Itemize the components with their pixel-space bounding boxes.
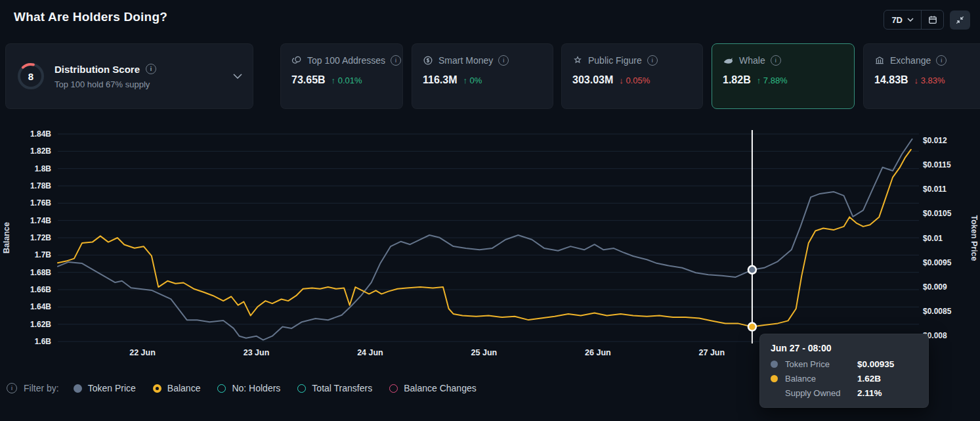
info-icon[interactable] bbox=[7, 383, 17, 393]
balance-tick-label: 1.82B bbox=[30, 146, 51, 156]
metric-value: 73.65B bbox=[291, 74, 326, 86]
legend-no-holders[interactable]: No: Holders bbox=[217, 383, 280, 393]
metric-card-smart-money[interactable]: Smart Money 116.3M ↑ 0% bbox=[412, 43, 553, 109]
balance-tick-label: 1.76B bbox=[30, 198, 51, 208]
price-tick-label: $0.0105 bbox=[923, 209, 952, 218]
price-tick-label: $0.0115 bbox=[923, 160, 951, 169]
chart-tooltip: Jun 27 - 08:00 Token Price $0.00935 Bala… bbox=[759, 334, 929, 408]
balance-line bbox=[58, 150, 911, 327]
transfers-legend-dot bbox=[297, 384, 306, 393]
star-person-icon bbox=[572, 55, 583, 66]
x-tick-label: 27 Jun bbox=[699, 348, 725, 357]
metric-label: Top 100 Addresses bbox=[307, 55, 385, 66]
x-tick-label: 23 Jun bbox=[244, 348, 270, 357]
balance-tick-label: 1.74B bbox=[30, 216, 51, 225]
metric-card-whale[interactable]: Whale 1.82B ↑ 7.88% bbox=[712, 43, 855, 109]
metric-change: ↑ 0% bbox=[463, 76, 482, 85]
info-icon[interactable] bbox=[647, 55, 658, 66]
metric-value: 303.03M bbox=[572, 74, 613, 86]
price-axis-title: Token Price bbox=[969, 215, 979, 261]
chevron-down-icon bbox=[907, 18, 914, 22]
holders-legend-dot bbox=[217, 384, 226, 393]
metric-change: ↑ 0.01% bbox=[331, 76, 362, 85]
metric-change: ↓ 0.05% bbox=[619, 76, 650, 85]
legend-total-transfers[interactable]: Total Transfers bbox=[297, 383, 372, 393]
x-tick-label: 22 Jun bbox=[129, 348, 156, 357]
metric-value: 116.3M bbox=[423, 74, 457, 86]
filter-bar: Filter by: Token Price Balance No: Holde… bbox=[7, 383, 477, 393]
distribution-score-label: Distribution Score bbox=[54, 64, 140, 75]
filter-by: Filter by: bbox=[7, 383, 59, 393]
x-tick-label: 25 Jun bbox=[471, 348, 498, 357]
x-tick-label: 24 Jun bbox=[357, 348, 383, 357]
collapse-button[interactable] bbox=[950, 11, 970, 30]
legend-balance-changes[interactable]: Balance Changes bbox=[389, 383, 477, 393]
tooltip-row: Token Price $0.00935 bbox=[771, 359, 918, 369]
balance-tick-label: 1.8B bbox=[35, 164, 52, 173]
distribution-score-card[interactable]: 8 Distribution Score Top 100 hold 67% su… bbox=[5, 43, 253, 109]
legend: Token Price Balance No: Holders Total Tr… bbox=[74, 383, 477, 393]
tooltip-date: Jun 27 - 08:00 bbox=[771, 343, 918, 353]
time-range-button[interactable]: 7D bbox=[884, 11, 921, 29]
balance-tick-label: 1.7B bbox=[35, 250, 52, 259]
distribution-score-gauge: 8 bbox=[16, 62, 45, 91]
token-price-legend-dot bbox=[74, 384, 82, 393]
metric-value: 1.82B bbox=[723, 74, 751, 86]
metric-value: 14.83B bbox=[874, 74, 908, 86]
price-tick-label: $0.0095 bbox=[923, 258, 952, 267]
balance-tick-label: 1.72B bbox=[30, 233, 51, 242]
price-tick-label: $0.0085 bbox=[923, 307, 952, 316]
chevron-down-icon[interactable] bbox=[233, 74, 242, 79]
calendar-button[interactable] bbox=[921, 11, 943, 29]
tooltip-row: Balance 1.62B bbox=[771, 374, 918, 384]
metric-label: Smart Money bbox=[438, 55, 493, 66]
x-tick-label: 26 Jun bbox=[585, 348, 611, 357]
balance-tick-label: 1.64B bbox=[30, 302, 51, 311]
token-price-dot bbox=[771, 361, 778, 368]
info-icon[interactable] bbox=[146, 64, 156, 74]
legend-token-price[interactable]: Token Price bbox=[74, 383, 136, 393]
time-range-label: 7D bbox=[891, 15, 903, 25]
metric-label: Public Figure bbox=[588, 55, 642, 66]
info-icon[interactable] bbox=[391, 55, 401, 66]
crosshair-dot bbox=[748, 266, 756, 274]
header-controls: 7D bbox=[884, 10, 970, 30]
whale-icon bbox=[723, 55, 734, 66]
price-tick-label: $0.01 bbox=[923, 234, 943, 243]
balance-dot bbox=[771, 375, 778, 382]
coins-icon bbox=[291, 55, 302, 66]
price-tick-label: $0.009 bbox=[923, 282, 947, 292]
balance-tick-label: 1.62B bbox=[30, 320, 51, 329]
distribution-score-text: Distribution Score Top 100 hold 67% supp… bbox=[54, 64, 156, 89]
balance-changes-legend-dot bbox=[389, 384, 398, 393]
metric-label: Exchange bbox=[890, 55, 931, 66]
price-tick-label: $0.012 bbox=[923, 136, 947, 145]
metric-card-exchange[interactable]: Exchange 14.83B ↓ 3.83% bbox=[863, 43, 980, 109]
metric-card-public-figure[interactable]: Public Figure 303.03M ↓ 0.05% bbox=[561, 43, 703, 109]
distribution-score-subtitle: Top 100 hold 67% supply bbox=[54, 79, 156, 89]
balance-legend-dot bbox=[153, 384, 161, 393]
collapse-icon bbox=[955, 15, 965, 25]
calendar-icon bbox=[927, 14, 938, 25]
bank-icon bbox=[874, 55, 885, 66]
metric-change: ↑ 7.88% bbox=[757, 76, 788, 85]
balance-axis-title: Balance bbox=[2, 222, 11, 254]
balance-tick-label: 1.84B bbox=[30, 129, 51, 139]
balance-tick-label: 1.78B bbox=[30, 181, 51, 190]
distribution-score-value: 8 bbox=[16, 62, 45, 91]
balance-tick-label: 1.66B bbox=[30, 285, 51, 294]
info-icon[interactable] bbox=[498, 55, 509, 66]
holders-chart[interactable]: 1.84B1.82B1.8B1.78B1.76B1.74B1.72B1.7B1.… bbox=[0, 122, 980, 368]
page-title: What Are Holders Doing? bbox=[14, 10, 167, 24]
balance-tick-label: 1.68B bbox=[30, 268, 51, 277]
range-group: 7D bbox=[884, 10, 944, 30]
holders-panel: What Are Holders Doing? 7D bbox=[0, 0, 980, 421]
crosshair-dot bbox=[748, 323, 756, 331]
info-icon[interactable] bbox=[936, 55, 947, 66]
metric-change: ↓ 3.83% bbox=[914, 76, 945, 85]
metric-label: Whale bbox=[739, 55, 765, 66]
legend-balance[interactable]: Balance bbox=[153, 383, 201, 393]
info-icon[interactable] bbox=[771, 55, 781, 66]
tooltip-row: Supply Owned 2.11% bbox=[771, 388, 918, 398]
metric-card-top100[interactable]: Top 100 Addresses 73.65B ↑ 0.01% bbox=[280, 43, 403, 109]
